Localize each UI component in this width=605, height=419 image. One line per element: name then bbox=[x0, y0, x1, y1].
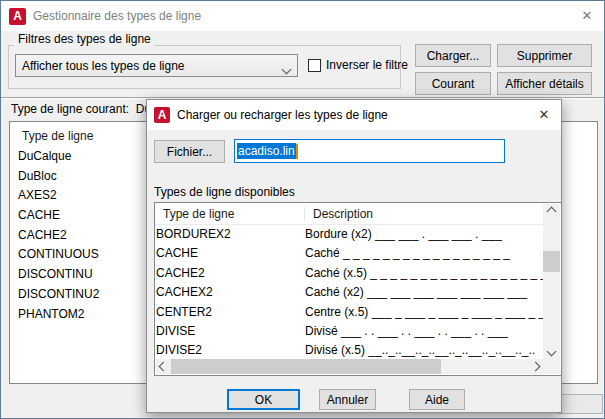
autocad-logo-icon: A bbox=[154, 107, 170, 123]
filter-dropdown-value: Afficher tous les types de ligne bbox=[22, 59, 185, 73]
load-button[interactable]: Charger... bbox=[415, 44, 491, 67]
current-linetype-caption: Type de ligne courant: bbox=[11, 102, 129, 116]
file-name-input[interactable]: acadiso.lin bbox=[234, 139, 505, 163]
column-header-linetype[interactable]: Type de ligne bbox=[163, 207, 234, 221]
cell-linetype-name: CACHE2 bbox=[156, 264, 304, 283]
delete-button[interactable]: Supprimer bbox=[497, 44, 592, 67]
horizontal-scroll-thumb[interactable] bbox=[171, 359, 441, 374]
filter-dropdown[interactable]: Afficher tous les types de ligne bbox=[15, 54, 298, 77]
cell-linetype-description: Divisé (x.5) __.._..__.._..__.._..__.._.… bbox=[305, 341, 543, 359]
invert-filter-label: Inverser le filtre bbox=[326, 58, 408, 72]
main-dialog-title: Gestionnaire des types de ligne bbox=[33, 9, 201, 23]
chevron-down-icon bbox=[283, 62, 290, 76]
scroll-up-icon[interactable] bbox=[543, 204, 560, 219]
column-header-description[interactable]: Description bbox=[304, 207, 373, 221]
table-row[interactable]: DIVISEDivisé ___ . . ___ . . ___ . . ___… bbox=[155, 322, 543, 341]
text-caret bbox=[296, 144, 298, 159]
cell-linetype-name: DIVISE2 bbox=[156, 341, 304, 359]
cell-linetype-description: Bordure (x2) ___ ___ . ___ ___ . ___ bbox=[305, 225, 543, 244]
scroll-right-icon[interactable] bbox=[528, 359, 543, 374]
scroll-left-icon[interactable] bbox=[156, 359, 171, 374]
ok-button[interactable]: OK bbox=[227, 389, 300, 410]
cell-linetype-name: DIVISE bbox=[156, 322, 304, 341]
obscured-button-fragment[interactable] bbox=[557, 394, 603, 414]
show-details-button[interactable]: Afficher détails bbox=[497, 72, 592, 95]
invert-filter-checkbox[interactable] bbox=[308, 59, 321, 72]
cell-linetype-description: Divisé ___ . . ___ . . ___ . . ___ . . _… bbox=[305, 322, 543, 341]
main-close-icon[interactable]: ✕ bbox=[570, 1, 604, 29]
table-row[interactable]: CENTER2Centre (x.5) ___ _ ___ _ ___ _ __… bbox=[155, 303, 543, 322]
horizontal-scrollbar[interactable] bbox=[156, 359, 543, 374]
table-row[interactable]: CACHEX2Caché (x2) ___ ___ ___ ___ ___ __… bbox=[155, 283, 543, 302]
cell-linetype-name: CENTER2 bbox=[156, 303, 304, 322]
cell-linetype-description: Caché (x2) ___ ___ ___ ___ ___ ___ ___ bbox=[305, 283, 543, 302]
current-button[interactable]: Courant bbox=[415, 72, 491, 95]
vertical-scroll-thumb[interactable] bbox=[543, 251, 560, 272]
table-header: Type de ligne Description bbox=[155, 203, 543, 225]
cell-linetype-description: Centre (x.5) ___ _ ___ _ ___ _ ___ _ ___… bbox=[305, 303, 543, 322]
available-linetypes-table: Type de ligne Description BORDUREX2Bordu… bbox=[154, 202, 562, 376]
file-button[interactable]: Fichier... bbox=[154, 140, 225, 163]
cell-linetype-name: CACHEX2 bbox=[156, 283, 304, 302]
scrollbar-corner bbox=[543, 359, 560, 374]
file-name-selected-text: acadiso.lin bbox=[237, 143, 296, 159]
cell-linetype-description: Caché (x.5) _ _ _ _ _ _ _ _ _ _ _ _ _ _ … bbox=[305, 264, 543, 283]
linetype-manager-window: A Gestionnaire des types de ligne ✕ Filt… bbox=[0, 0, 605, 419]
table-row[interactable]: DIVISE2Divisé (x.5) __.._..__.._..__.._.… bbox=[155, 341, 543, 359]
filters-group-label: Filtres des types de ligne bbox=[14, 32, 155, 46]
load-linetypes-dialog: A Charger ou recharger les types de lign… bbox=[146, 99, 562, 413]
load-dialog-title: Charger ou recharger les types de ligne bbox=[177, 108, 388, 122]
table-row[interactable]: CACHECaché _ _ _ _ _ _ _ _ _ _ _ _ _ _ _… bbox=[155, 244, 543, 263]
available-linetypes-label: Types de ligne disponibles bbox=[154, 185, 295, 199]
load-titlebar: A Charger ou recharger les types de lign… bbox=[147, 100, 561, 130]
table-row[interactable]: CACHE2Caché (x.5) _ _ _ _ _ _ _ _ _ _ _ … bbox=[155, 264, 543, 283]
help-button[interactable]: Aide bbox=[409, 389, 465, 410]
table-row[interactable]: BORDUREX2Bordure (x2) ___ ___ . ___ ___ … bbox=[155, 225, 543, 244]
autocad-logo-icon: A bbox=[9, 8, 26, 25]
cell-linetype-description: Caché _ _ _ _ _ _ _ _ _ _ _ _ _ _ _ _ _ bbox=[305, 244, 543, 263]
scroll-down-icon[interactable] bbox=[543, 344, 560, 359]
cell-linetype-name: CACHE bbox=[156, 244, 304, 263]
table-rows: BORDUREX2Bordure (x2) ___ ___ . ___ ___ … bbox=[155, 225, 543, 359]
load-close-icon[interactable]: ✕ bbox=[527, 100, 561, 128]
vertical-scrollbar[interactable] bbox=[543, 204, 560, 359]
cell-linetype-name: BORDUREX2 bbox=[156, 225, 304, 244]
main-titlebar: A Gestionnaire des types de ligne bbox=[1, 1, 604, 31]
cancel-button[interactable]: Annuler bbox=[319, 389, 376, 410]
